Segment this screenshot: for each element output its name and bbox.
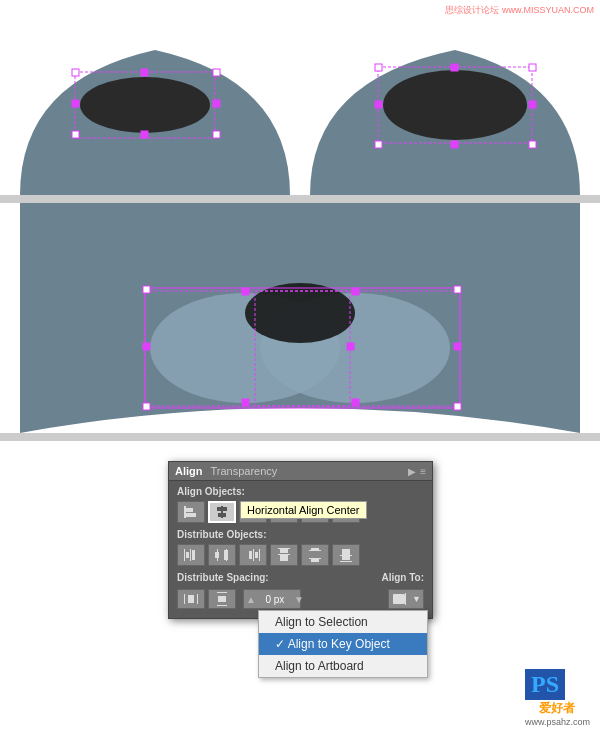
svg-rect-33 bbox=[143, 286, 150, 293]
svg-rect-4 bbox=[72, 131, 79, 138]
svg-rect-26 bbox=[242, 288, 249, 295]
distribute-top-btn[interactable] bbox=[270, 544, 298, 566]
svg-rect-65 bbox=[249, 551, 252, 559]
svg-rect-64 bbox=[253, 549, 254, 561]
svg-rect-32 bbox=[454, 343, 461, 350]
svg-rect-8 bbox=[72, 100, 79, 107]
svg-rect-57 bbox=[186, 552, 189, 558]
svg-rect-63 bbox=[259, 549, 260, 561]
ps-logo-url: www.psahz.com bbox=[525, 717, 590, 727]
tooltip: Horizontal Align Center bbox=[240, 501, 367, 519]
svg-rect-9 bbox=[213, 100, 220, 107]
distribute-center-v-btn[interactable] bbox=[301, 544, 329, 566]
distribute-right-btn[interactable] bbox=[239, 544, 267, 566]
svg-rect-39 bbox=[186, 513, 196, 517]
divider bbox=[0, 195, 600, 203]
svg-rect-19 bbox=[529, 101, 536, 108]
svg-rect-77 bbox=[342, 549, 350, 555]
svg-rect-35 bbox=[143, 403, 150, 410]
svg-rect-68 bbox=[278, 554, 290, 555]
svg-rect-76 bbox=[340, 555, 352, 556]
svg-rect-56 bbox=[190, 549, 191, 561]
ps-logo-text: PS bbox=[531, 671, 559, 697]
svg-rect-62 bbox=[224, 550, 228, 560]
svg-rect-81 bbox=[188, 595, 194, 603]
svg-rect-3 bbox=[213, 69, 220, 76]
distribute-objects-label: Distribute Objects: bbox=[177, 529, 424, 540]
svg-rect-72 bbox=[309, 558, 321, 559]
panel-title: Align bbox=[175, 465, 203, 477]
svg-rect-41 bbox=[217, 507, 227, 511]
distribute-spacing-label: Distribute Spacing: bbox=[177, 572, 269, 583]
svg-rect-17 bbox=[451, 141, 458, 148]
svg-rect-13 bbox=[529, 64, 536, 71]
align-objects-row: Horizontal Align Center bbox=[177, 501, 424, 523]
align-to-btn[interactable]: ▼ Align to Selection ✓ Align to Key Obje… bbox=[388, 589, 424, 609]
distribute-bottom-btn[interactable] bbox=[332, 544, 360, 566]
svg-rect-12 bbox=[375, 64, 382, 71]
svg-rect-2 bbox=[72, 69, 79, 76]
svg-rect-31 bbox=[352, 399, 359, 406]
svg-rect-18 bbox=[375, 101, 382, 108]
svg-rect-34 bbox=[454, 286, 461, 293]
distribute-left-btn[interactable] bbox=[177, 544, 205, 566]
svg-rect-74 bbox=[311, 559, 319, 562]
svg-rect-15 bbox=[529, 141, 536, 148]
svg-rect-69 bbox=[280, 549, 288, 553]
align-to-dropdown: Align to Selection ✓ Align to Key Object… bbox=[258, 610, 428, 678]
svg-rect-80 bbox=[197, 594, 198, 604]
svg-rect-66 bbox=[255, 552, 258, 558]
dropdown-arrow: ▼ bbox=[412, 594, 421, 604]
align-to-key-object-item[interactable]: ✓ Align to Key Object bbox=[259, 633, 427, 655]
svg-rect-67 bbox=[278, 548, 290, 549]
align-to-artboard-item[interactable]: Align to Artboard bbox=[259, 655, 427, 677]
svg-rect-6 bbox=[141, 69, 148, 76]
svg-rect-29 bbox=[347, 343, 354, 350]
panel-body: Align Objects: bbox=[169, 481, 432, 618]
spacing-input-wrapper: ▲ ▼ bbox=[243, 589, 301, 609]
distribute-center-h-btn[interactable] bbox=[208, 544, 236, 566]
svg-rect-27 bbox=[242, 399, 249, 406]
svg-rect-73 bbox=[311, 548, 319, 551]
align-left-btn[interactable] bbox=[177, 501, 205, 523]
watermark: 思综设计论坛 www.MISSYUAN.COM bbox=[445, 4, 594, 17]
svg-rect-42 bbox=[218, 513, 226, 517]
svg-rect-28 bbox=[143, 343, 150, 350]
svg-rect-86 bbox=[405, 593, 406, 605]
svg-rect-83 bbox=[217, 605, 227, 606]
svg-rect-36 bbox=[454, 403, 461, 410]
ps-logo-sub: 爱好者 bbox=[525, 700, 590, 717]
svg-rect-37 bbox=[184, 506, 186, 518]
distribute-spacing-h-btn[interactable] bbox=[177, 589, 205, 609]
svg-rect-55 bbox=[184, 549, 185, 561]
distribute-spacing-v-btn[interactable] bbox=[208, 589, 236, 609]
svg-rect-16 bbox=[451, 64, 458, 71]
align-center-horizontal-btn[interactable]: Horizontal Align Center bbox=[208, 501, 236, 523]
distribute-spacing-row: Distribute Spacing: Align To: bbox=[177, 572, 424, 583]
panel-options-icon[interactable]: ≡ bbox=[420, 466, 426, 477]
spacing-up-arrow[interactable]: ▲ bbox=[244, 594, 256, 605]
panel-tab-transparency[interactable]: Transparency bbox=[211, 465, 278, 477]
svg-rect-58 bbox=[192, 550, 195, 560]
align-objects-label: Align Objects: bbox=[177, 486, 424, 497]
spacing-input[interactable] bbox=[256, 594, 294, 605]
svg-rect-70 bbox=[280, 555, 288, 561]
divider2 bbox=[0, 433, 600, 441]
svg-rect-82 bbox=[217, 592, 227, 593]
spacing-controls-row: ▲ ▼ ▼ Align to Selection ✓ bbox=[177, 589, 424, 609]
svg-rect-85 bbox=[393, 594, 405, 604]
ps-logo-container: PS 爱好者 www.psahz.com bbox=[525, 669, 590, 727]
key-object-label: Align to Key Object bbox=[288, 637, 390, 651]
align-to-selection-item[interactable]: Align to Selection bbox=[259, 611, 427, 633]
svg-rect-75 bbox=[340, 561, 352, 562]
spacing-down-arrow[interactable]: ▼ bbox=[294, 594, 304, 605]
align-panel: Align Transparency ▶ ≡ Align Objects: bbox=[168, 461, 433, 619]
checkmark: ✓ bbox=[275, 637, 288, 651]
svg-point-22 bbox=[245, 283, 355, 343]
svg-rect-78 bbox=[342, 556, 350, 560]
align-to-label: Align To: bbox=[381, 572, 424, 583]
svg-rect-84 bbox=[218, 596, 226, 602]
panel-menu-arrow[interactable]: ▶ bbox=[408, 466, 416, 477]
svg-point-10 bbox=[383, 70, 527, 140]
svg-rect-5 bbox=[213, 131, 220, 138]
